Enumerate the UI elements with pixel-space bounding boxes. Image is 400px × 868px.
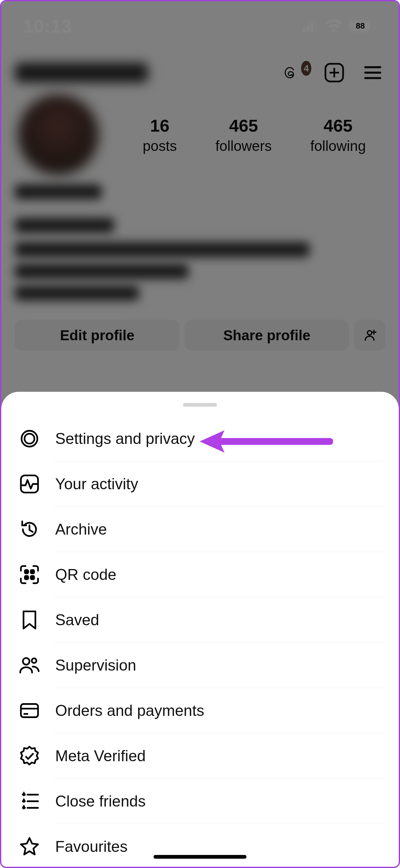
sheet-grabber[interactable] — [183, 403, 217, 407]
menu-label: Close friends — [55, 792, 146, 810]
home-indicator[interactable] — [154, 855, 246, 859]
menu-bottom-sheet: Settings and privacy Your activity — [1, 392, 399, 867]
svg-rect-20 — [25, 570, 28, 574]
star-icon — [19, 836, 40, 858]
menu-label: Favourites — [55, 838, 128, 856]
svg-rect-22 — [25, 576, 28, 579]
menu-item-settings[interactable]: Settings and privacy — [17, 416, 383, 461]
card-icon — [19, 700, 40, 721]
people-icon — [19, 654, 40, 676]
gear-icon — [19, 428, 40, 450]
menu-label: QR code — [55, 566, 116, 584]
menu-item-closefriends[interactable]: Close friends — [17, 779, 383, 824]
menu-item-verified[interactable]: Meta Verified — [17, 733, 383, 779]
qr-icon — [19, 564, 40, 586]
activity-icon — [19, 473, 40, 495]
verified-icon — [19, 745, 40, 767]
menu-label: Saved — [55, 611, 99, 629]
svg-point-24 — [23, 658, 29, 665]
menu-item-archive[interactable]: Archive — [17, 507, 383, 552]
svg-rect-21 — [31, 570, 34, 574]
menu-item-activity[interactable]: Your activity — [17, 461, 383, 507]
svg-point-25 — [32, 658, 36, 663]
menu-label: Supervision — [55, 656, 136, 674]
svg-rect-23 — [31, 576, 34, 579]
menu-list: Settings and privacy Your activity — [1, 416, 399, 868]
menu-label: Archive — [55, 520, 107, 538]
menu-label: Meta Verified — [55, 747, 146, 765]
menu-label: Orders and payments — [55, 702, 204, 720]
device-frame: 10:13 88 — [0, 0, 400, 868]
menu-item-supervision[interactable]: Supervision — [17, 643, 383, 688]
menu-item-favourites[interactable]: Favourites — [17, 824, 383, 868]
history-icon — [19, 519, 40, 540]
bookmark-icon — [19, 609, 40, 631]
menu-label: Settings and privacy — [55, 430, 195, 448]
svg-rect-26 — [21, 704, 38, 717]
menu-item-qr[interactable]: QR code — [17, 552, 383, 597]
menu-item-saved[interactable]: Saved — [17, 597, 383, 643]
menu-item-orders[interactable]: Orders and payments — [17, 688, 383, 733]
menu-label: Your activity — [55, 475, 138, 493]
svg-point-18 — [25, 434, 34, 444]
starlist-icon — [19, 790, 40, 812]
